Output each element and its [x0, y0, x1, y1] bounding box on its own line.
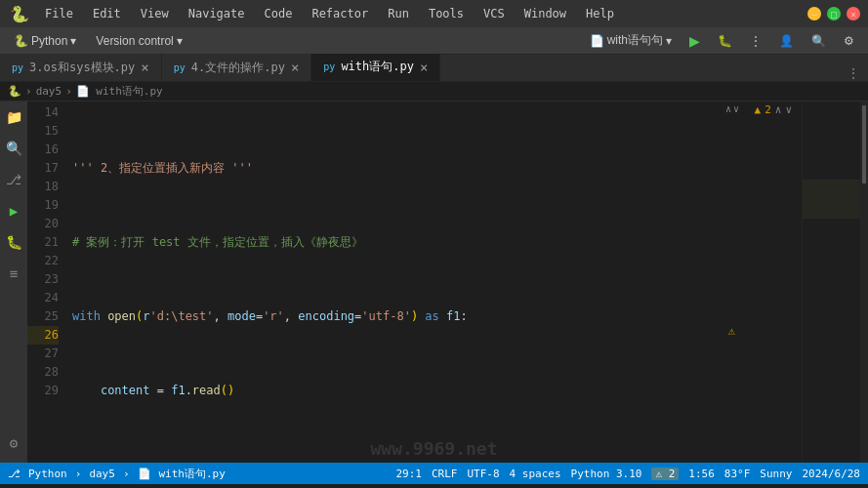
code-line-14: ''' 2、指定位置插入新内容 ''': [72, 159, 802, 178]
editor[interactable]: 14 15 16 17 18 19 20 21 22 23 24 25 26 2…: [27, 102, 802, 463]
minimap: [802, 102, 860, 463]
breadcrumb-python[interactable]: 🐍: [8, 85, 21, 98]
search-button[interactable]: 🔍: [806, 32, 832, 50]
tab-more-icon[interactable]: ⋮: [847, 65, 860, 81]
menu-refactor[interactable]: Refactor: [306, 5, 374, 22]
status-language[interactable]: Python 3.10: [571, 468, 642, 480]
title-bar: 🐍 File Edit View Navigate Code Refactor …: [0, 0, 868, 27]
menu-code[interactable]: Code: [259, 5, 299, 22]
maximize-button[interactable]: □: [827, 7, 841, 20]
tab-close-2[interactable]: ×: [291, 61, 299, 74]
activity-folder-icon[interactable]: 📁: [2, 105, 25, 129]
breadcrumb-sep-1: ›: [25, 85, 32, 98]
menu-view[interactable]: View: [135, 5, 175, 22]
python-label: Python: [31, 34, 67, 48]
tab-bar-right: ⋮: [839, 65, 868, 81]
tab-label-3: with语句.py: [341, 59, 414, 75]
fold-arrows: ∧ ∨: [722, 102, 743, 116]
line-num-27: 27: [27, 345, 59, 363]
line-num-22: 22: [27, 252, 59, 270]
status-sep-1: ›: [75, 468, 82, 480]
tab-os-sys[interactable]: py 3.os和sys模块.py ×: [0, 54, 162, 81]
status-indent[interactable]: 4 spaces: [510, 468, 561, 480]
toolbar-left: 🐍 Python ▾ Version control ▾: [8, 32, 188, 50]
status-python[interactable]: Python: [28, 468, 67, 480]
activity-layers-icon[interactable]: ≡: [2, 262, 25, 285]
status-left: ⎇ Python › day5 › 📄 with语句.py: [8, 467, 226, 481]
tab-label-2: 4.文件的操作.py: [191, 60, 285, 76]
menu-edit[interactable]: Edit: [87, 5, 127, 22]
minimize-button[interactable]: —: [807, 7, 821, 20]
code-content[interactable]: ''' 2、指定位置插入新内容 ''' # 案例：打开 test 文件，指定位置…: [64, 102, 802, 463]
breadcrumb-day5[interactable]: day5: [36, 85, 62, 98]
file-icon: 📄: [590, 34, 604, 48]
line-num-23: 23: [27, 270, 59, 289]
status-encoding[interactable]: UTF-8: [467, 468, 499, 480]
code-line-17: content = f1.read(): [72, 382, 802, 400]
activity-settings-icon[interactable]: ⚙: [2, 431, 25, 455]
status-weather: 83°F: [724, 468, 751, 480]
breadcrumb-file[interactable]: 📄 with语句.py: [76, 84, 163, 99]
code-line-18: [72, 456, 802, 463]
tab-file-op[interactable]: py 4.文件的操作.py ×: [162, 54, 312, 81]
line-num-29: 29: [27, 382, 59, 400]
warning-triangle-icon: ▲: [755, 103, 762, 116]
status-warnings[interactable]: ⚠ 2: [651, 468, 679, 480]
breadcrumb-sep-2: ›: [65, 85, 72, 98]
breadcrumb-file-icon: 📄: [76, 85, 90, 98]
status-bar: ⎇ Python › day5 › 📄 with语句.py 29:1 CRLF …: [0, 463, 868, 484]
app-icon: 🐍: [8, 2, 31, 25]
vcs-button[interactable]: Version control ▾: [90, 32, 187, 50]
warning-count: 2: [765, 103, 771, 116]
fold-down-icon[interactable]: ∨: [733, 103, 739, 114]
fold-up-icon[interactable]: ∧: [725, 103, 731, 114]
status-file-icon: 📄: [138, 468, 151, 480]
menu-tools[interactable]: Tools: [423, 5, 470, 22]
tab-close-1[interactable]: ×: [141, 61, 148, 74]
activity-git-icon[interactable]: ⎇: [2, 168, 25, 191]
fold-down-btn[interactable]: ∨: [785, 103, 792, 116]
vcs-label: Version control: [96, 34, 173, 48]
activity-debug-icon[interactable]: 🐛: [2, 230, 25, 254]
tab-close-3[interactable]: ×: [420, 61, 428, 74]
line-num-17: 17: [27, 159, 59, 178]
tab-py-icon-1: py: [12, 62, 23, 73]
fold-up-btn[interactable]: ∧: [775, 103, 782, 116]
menu-window[interactable]: Window: [518, 5, 572, 22]
status-file[interactable]: with语句.py: [159, 467, 226, 481]
chevron-down-icon-run: ▾: [666, 34, 672, 48]
close-button[interactable]: ✕: [847, 7, 860, 20]
run-file-label: with语句句: [607, 32, 663, 49]
tab-bar: py 3.os和sys模块.py × py 4.文件的操作.py × py wi…: [0, 55, 868, 82]
menu-navigate[interactable]: Navigate: [183, 5, 251, 22]
status-line-ending[interactable]: CRLF: [432, 468, 458, 480]
status-sep-2: ›: [123, 468, 130, 480]
debug-button[interactable]: 🐛: [712, 32, 738, 50]
more-options-button[interactable]: ⋮: [744, 32, 767, 50]
menu-file[interactable]: File: [39, 5, 79, 22]
toolbar: 🐍 Python ▾ Version control ▾ 📄 with语句句 ▾…: [0, 27, 868, 55]
menu-run[interactable]: Run: [382, 5, 415, 22]
status-weather-desc: Sunny: [760, 468, 792, 480]
status-position[interactable]: 29:1: [395, 468, 422, 480]
run-button[interactable]: ▶: [683, 31, 706, 51]
activity-run-icon[interactable]: ▶: [2, 199, 25, 223]
scroll-thumb[interactable]: [862, 105, 866, 183]
line-num-28: 28: [27, 363, 59, 382]
line-num-20: 20: [27, 215, 59, 233]
minimap-highlight: [803, 180, 860, 219]
account-button[interactable]: 👤: [773, 32, 800, 50]
status-time: 1:56: [688, 468, 715, 480]
run-file-selector[interactable]: 📄 with语句句 ▾: [584, 30, 678, 51]
menu-help[interactable]: Help: [580, 5, 620, 22]
status-day5[interactable]: day5: [89, 468, 115, 480]
tab-with[interactable]: py with语句.py ×: [311, 54, 440, 81]
status-git-icon: ⎇: [8, 468, 21, 480]
activity-search-icon[interactable]: 🔍: [2, 137, 25, 160]
settings-button[interactable]: ⚙: [838, 32, 860, 50]
python-selector[interactable]: 🐍 Python ▾: [8, 32, 82, 50]
scrollbar-right[interactable]: [860, 102, 868, 463]
menu-vcs[interactable]: VCS: [477, 5, 511, 22]
status-date: 2024/6/28: [802, 468, 860, 480]
code-area: 14 15 16 17 18 19 20 21 22 23 24 25 26 2…: [27, 102, 802, 463]
